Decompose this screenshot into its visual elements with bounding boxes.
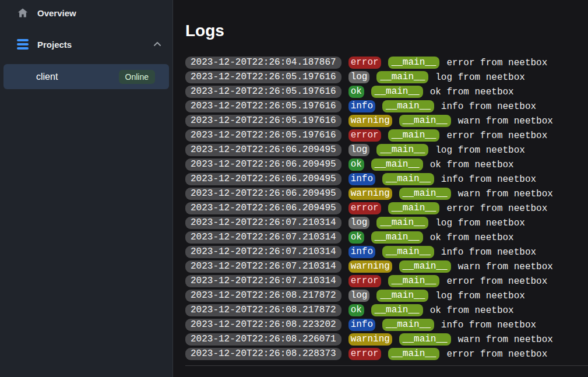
log-timestamp: 2023-12-20T22:26:07.210314 xyxy=(185,260,341,273)
log-timestamp: 2023-12-20T22:26:05.197616 xyxy=(185,129,341,142)
log-level-badge: info xyxy=(348,319,375,331)
log-timestamp: 2023-12-20T22:26:06.209495 xyxy=(185,188,341,200)
log-message: log from neetbox xyxy=(435,218,525,228)
log-timestamp: 2023-12-20T22:26:06.209495 xyxy=(185,158,341,171)
log-module-badge: __main__ xyxy=(382,100,434,112)
log-message: error from neetbox xyxy=(446,131,547,141)
log-row: 2023-12-20T22:26:08.228373 error __main_… xyxy=(185,348,588,360)
log-level-badge: info xyxy=(348,173,375,185)
log-row: 2023-12-20T22:26:04.187867 error __main_… xyxy=(185,57,588,69)
log-message: warn from neetbox xyxy=(458,262,553,272)
log-module-badge: __main__ xyxy=(371,86,423,98)
log-module-badge: __main__ xyxy=(382,246,434,258)
status-badge: Online xyxy=(119,70,155,84)
log-message: info from neetbox xyxy=(441,320,536,330)
log-message: log from neetbox xyxy=(435,72,525,83)
log-timestamp: 2023-12-20T22:26:07.210314 xyxy=(185,231,341,244)
log-module-badge: __main__ xyxy=(399,333,451,346)
log-timestamp: 2023-12-20T22:26:06.209495 xyxy=(185,202,341,214)
log-module-badge: __main__ xyxy=(399,115,451,127)
log-level-badge: error xyxy=(348,129,381,142)
log-module-badge: __main__ xyxy=(388,275,440,287)
chevron-up-icon[interactable] xyxy=(153,40,162,49)
log-timestamp: 2023-12-20T22:26:05.197616 xyxy=(185,115,341,127)
log-message: warn from neetbox xyxy=(458,189,553,199)
log-row: 2023-12-20T22:26:07.210314 log __main__ … xyxy=(185,217,588,229)
log-timestamp: 2023-12-20T22:26:05.197616 xyxy=(185,86,341,98)
log-level-badge: info xyxy=(348,246,375,258)
log-level-badge: ok xyxy=(348,86,364,98)
log-module-badge: __main__ xyxy=(382,173,434,185)
log-level-badge: error xyxy=(348,202,381,214)
log-module-badge: __main__ xyxy=(371,304,423,316)
log-level-badge: ok xyxy=(348,158,364,171)
log-row: 2023-12-20T22:26:05.197616 warning __mai… xyxy=(185,115,588,127)
log-level-badge: log xyxy=(348,71,370,83)
log-message: ok from neetbox xyxy=(430,87,514,97)
sidebar-item-overview[interactable]: Overview xyxy=(0,0,172,26)
log-row: 2023-12-20T22:26:08.223202 info __main__… xyxy=(185,319,588,331)
log-level-badge: warning xyxy=(348,260,392,273)
log-level-badge: log xyxy=(348,144,370,156)
log-row: 2023-12-20T22:26:07.210314 info __main__… xyxy=(185,246,588,258)
log-module-badge: __main__ xyxy=(376,217,428,229)
log-list: 2023-12-20T22:26:04.187867 error __main_… xyxy=(185,57,588,360)
log-row: 2023-12-20T22:26:05.197616 error __main_… xyxy=(185,129,588,142)
log-module-badge: __main__ xyxy=(371,231,423,244)
log-module-badge: __main__ xyxy=(376,290,428,302)
log-row: 2023-12-20T22:26:06.209495 info __main__… xyxy=(185,173,588,185)
log-timestamp: 2023-12-20T22:26:05.197616 xyxy=(185,71,341,83)
log-module-badge: __main__ xyxy=(388,57,440,69)
log-row: 2023-12-20T22:26:06.209495 warning __mai… xyxy=(185,188,588,200)
log-row: 2023-12-20T22:26:06.209495 ok __main__ o… xyxy=(185,158,588,171)
log-row: 2023-12-20T22:26:06.209495 error __main_… xyxy=(185,202,588,214)
log-row: 2023-12-20T22:26:07.210314 ok __main__ o… xyxy=(185,231,588,244)
log-timestamp: 2023-12-20T22:26:07.210314 xyxy=(185,246,341,258)
log-module-badge: __main__ xyxy=(399,188,451,200)
log-module-badge: __main__ xyxy=(388,348,440,360)
log-row: 2023-12-20T22:26:05.197616 ok __main__ o… xyxy=(185,86,588,98)
log-message: ok from neetbox xyxy=(430,232,514,243)
log-level-badge: error xyxy=(348,348,381,360)
log-message: error from neetbox xyxy=(446,203,547,214)
log-row: 2023-12-20T22:26:05.197616 info __main__… xyxy=(185,100,588,112)
log-message: error from neetbox xyxy=(446,349,547,360)
page-title: Logs xyxy=(185,21,588,41)
log-message: info from neetbox xyxy=(441,247,536,258)
sidebar-item-client[interactable]: client Online xyxy=(3,64,169,89)
log-level-badge: info xyxy=(348,100,375,112)
log-module-badge: __main__ xyxy=(376,71,428,83)
log-module-badge: __main__ xyxy=(382,319,434,331)
log-timestamp: 2023-12-20T22:26:05.197616 xyxy=(185,100,341,112)
log-row: 2023-12-20T22:26:08.226071 warning __mai… xyxy=(185,333,588,346)
sidebar-item-projects[interactable]: Projects xyxy=(0,31,172,57)
log-message: error from neetbox xyxy=(446,276,547,287)
log-level-badge: log xyxy=(348,290,370,302)
log-message: log from neetbox xyxy=(435,145,525,156)
log-message: info from neetbox xyxy=(441,101,536,112)
log-row: 2023-12-20T22:26:07.210314 error __main_… xyxy=(185,275,588,287)
log-timestamp: 2023-12-20T22:26:06.209495 xyxy=(185,173,341,185)
log-row: 2023-12-20T22:26:07.210314 warning __mai… xyxy=(185,260,588,273)
log-module-badge: __main__ xyxy=(376,144,428,156)
log-level-badge: error xyxy=(348,57,381,69)
log-row: 2023-12-20T22:26:08.217872 ok __main__ o… xyxy=(185,304,588,316)
log-row: 2023-12-20T22:26:06.209495 log __main__ … xyxy=(185,144,588,156)
sidebar-item-label: Projects xyxy=(37,40,153,50)
log-module-badge: __main__ xyxy=(388,202,440,214)
project-name: client xyxy=(36,72,119,82)
log-message: ok from neetbox xyxy=(430,160,514,170)
log-level-badge: warning xyxy=(348,115,392,127)
log-row: 2023-12-20T22:26:05.197616 log __main__ … xyxy=(185,71,588,83)
log-level-badge: warning xyxy=(348,188,392,200)
log-module-badge: __main__ xyxy=(399,260,451,273)
log-module-badge: __main__ xyxy=(388,129,440,142)
log-timestamp: 2023-12-20T22:26:08.217872 xyxy=(185,290,341,302)
log-message: log from neetbox xyxy=(435,291,525,301)
log-level-badge: error xyxy=(348,275,381,287)
log-list-divider xyxy=(185,365,588,366)
log-timestamp: 2023-12-20T22:26:07.210314 xyxy=(185,217,341,229)
log-level-badge: warning xyxy=(348,333,392,346)
menu-icon xyxy=(16,38,29,51)
home-icon xyxy=(16,6,29,19)
